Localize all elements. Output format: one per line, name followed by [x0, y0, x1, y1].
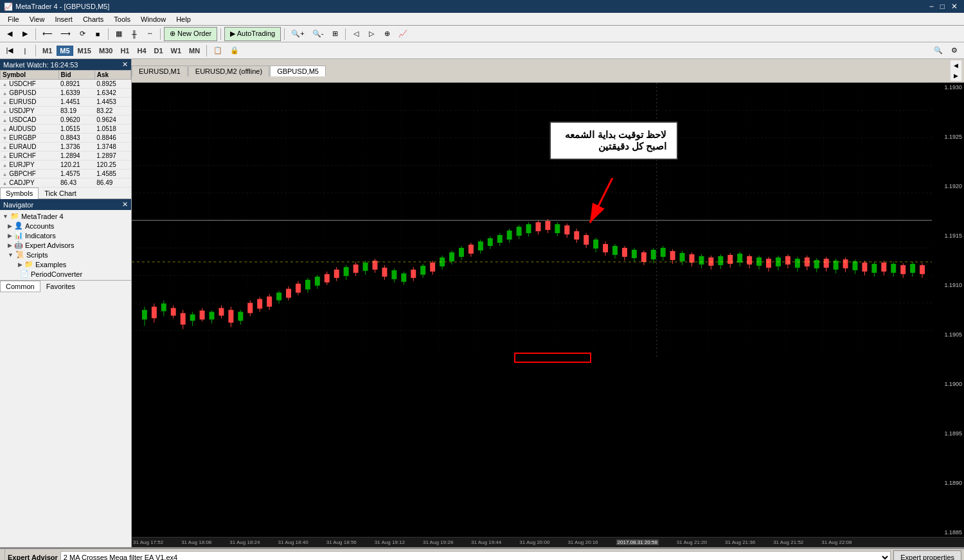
- mw-close-icon[interactable]: ✕: [122, 60, 128, 69]
- new-order-btn[interactable]: ⊕ New Order: [164, 27, 217, 41]
- menu-window[interactable]: Window: [136, 14, 171, 24]
- grid-btn[interactable]: ⊞: [328, 27, 342, 41]
- list-item[interactable]: ▲ USDCAD 0.9620 0.9624: [1, 116, 131, 125]
- svg-rect-40: [276, 293, 281, 301]
- list-item[interactable]: ▼ EURGBP 0.8843 0.8846: [1, 134, 131, 143]
- minimize-button[interactable]: −: [927, 2, 936, 11]
- menu-tools[interactable]: Tools: [109, 14, 136, 24]
- period-m30[interactable]: M30: [96, 46, 116, 56]
- ask-cell: 86.49: [94, 179, 130, 188]
- chart-canvas[interactable]: GBPUSD,M5 1.1907 1.1908 1.1907 1.1908: [132, 83, 964, 537]
- tree-examples[interactable]: ▶ 📁 Examples: [17, 259, 130, 269]
- list-item[interactable]: ▲ EURUSD 1.4451 1.4453: [1, 98, 131, 107]
- chart-tab-gbpusd-m5[interactable]: GBPUSD,M5: [270, 66, 326, 76]
- back-btn[interactable]: ⟵: [39, 27, 56, 41]
- sep2: [108, 28, 109, 40]
- svg-rect-140: [756, 258, 762, 266]
- chart-tab-eurusd-m1[interactable]: EURUSD,M1: [132, 66, 188, 76]
- new-btn2[interactable]: ▶: [18, 27, 32, 41]
- svg-rect-20: [181, 313, 186, 325]
- chart-bar-btn[interactable]: ▦: [112, 27, 126, 41]
- chart-tab-eurusd-m2[interactable]: EURUSD,M2 (offline): [188, 66, 269, 76]
- lock-btn[interactable]: 🔒: [227, 44, 242, 58]
- symbol-cell: ▲ GBPUSD: [1, 89, 59, 98]
- search-btn[interactable]: 🔍: [931, 44, 946, 58]
- list-item[interactable]: ▲ EURAUD 1.3736 1.3748: [1, 143, 131, 152]
- template-btn[interactable]: 📋: [210, 44, 226, 58]
- nav-close-icon[interactable]: ✕: [122, 200, 128, 209]
- svg-rect-164: [871, 264, 877, 273]
- list-item[interactable]: ▲ USDJPY 83.19 83.22: [1, 107, 131, 116]
- chart-scroll-left[interactable]: ◀: [951, 60, 961, 71]
- zoom-out-btn[interactable]: 🔍-: [309, 27, 327, 41]
- menu-view[interactable]: View: [24, 14, 50, 24]
- period-h1[interactable]: H1: [117, 46, 132, 56]
- price-1915: 1.1915: [932, 232, 964, 239]
- svg-rect-92: [526, 224, 531, 233]
- period-m15[interactable]: M15: [75, 46, 94, 56]
- fwd-btn[interactable]: ⟶: [57, 27, 74, 41]
- app-title: 📈 MetaTrader 4 - [GBPUSD,M5]: [4, 3, 109, 11]
- list-item[interactable]: ▲ AUDUSD 1.0515 1.0518: [1, 125, 131, 134]
- mw-title: Market Watch: 16:24:53: [3, 61, 78, 69]
- autotrading-btn[interactable]: ▶ AutoTrading: [224, 27, 281, 41]
- tree-indicators[interactable]: ▶ 📊 Indicators: [6, 231, 130, 240]
- svg-rect-54: [344, 267, 349, 276]
- nav-tab-common[interactable]: Common: [0, 281, 40, 292]
- new-bar-btn[interactable]: ◀: [3, 27, 17, 41]
- period-m5[interactable]: M5: [57, 46, 73, 56]
- chart-candle-btn[interactable]: ╫: [127, 27, 141, 41]
- period-m1[interactable]: M1: [39, 46, 55, 56]
- st-ea-label: Expert Advisor: [8, 554, 58, 560]
- tree-metatrader4[interactable]: ▼ 📁 MetaTrader 4: [1, 211, 130, 221]
- period-h4[interactable]: H4: [134, 46, 149, 56]
- close-button[interactable]: ✕: [949, 2, 960, 11]
- more-btn[interactable]: ⊕: [380, 27, 394, 41]
- folder-icon: 📁: [10, 212, 19, 220]
- list-item[interactable]: ▲ GBPCHF 1.4575 1.4585: [1, 170, 131, 179]
- tree-period-converter[interactable]: 📄 PeriodConverter: [17, 269, 130, 279]
- tree-accounts[interactable]: ▶ 👤 Accounts: [6, 221, 130, 231]
- tree-scripts[interactable]: ▼ 📜 Scripts: [6, 250, 130, 259]
- menu-help[interactable]: Help: [171, 14, 196, 24]
- indicator-btn[interactable]: 📈: [395, 27, 411, 41]
- scroll-left-btn[interactable]: ◁: [349, 27, 363, 41]
- nav-next[interactable]: |: [18, 44, 32, 58]
- list-item[interactable]: ▲ USDCHF 0.8921 0.8925: [1, 80, 131, 89]
- tree-label-scripts: Scripts: [26, 251, 48, 259]
- nav-tab-favorites[interactable]: Favorites: [40, 281, 81, 292]
- tree-label-examples: Examples: [35, 261, 66, 268]
- list-item[interactable]: ▲ GBPUSD 1.6339 1.6342: [1, 89, 131, 98]
- period-mn[interactable]: MN: [186, 46, 203, 56]
- menu-file[interactable]: File: [3, 14, 24, 24]
- nav-prev[interactable]: |◀: [3, 44, 17, 58]
- restore-button[interactable]: □: [938, 2, 947, 11]
- refresh-btn[interactable]: ⟳: [75, 27, 89, 41]
- direction-icon: ▲: [3, 171, 8, 177]
- chart-line-btn[interactable]: ╌: [143, 27, 157, 41]
- st-resize-handle[interactable]: ⠿: [0, 549, 5, 560]
- stop-btn[interactable]: ■: [91, 27, 105, 41]
- menu-charts[interactable]: Charts: [78, 14, 109, 24]
- menu-insert[interactable]: Insert: [49, 14, 78, 24]
- highlighted-time-box: [514, 353, 591, 363]
- symbol-cell: ▲ USDCHF: [1, 80, 59, 89]
- period-d1[interactable]: D1: [151, 46, 166, 56]
- expert-properties-btn[interactable]: Expert properties: [893, 550, 961, 560]
- zoom-in-btn[interactable]: 🔍+: [288, 27, 307, 41]
- list-item[interactable]: ▲ EURCHF 1.2894 1.2897: [1, 152, 131, 161]
- expert-advisor-select[interactable]: 2 MA Crosses Mega filter EA V1.ex4: [60, 551, 891, 560]
- list-item[interactable]: ▲ EURJPY 120.21 120.25: [1, 161, 131, 170]
- list-item[interactable]: ▲ CADJPY 86.43 86.49: [1, 179, 131, 188]
- tab-symbols[interactable]: Symbols: [0, 188, 39, 199]
- chart-scroll-right[interactable]: ▶: [951, 71, 961, 81]
- tab-tick-chart[interactable]: Tick Chart: [39, 188, 82, 198]
- direction-icon: ▲: [3, 144, 8, 150]
- ask-cell: 120.25: [94, 161, 130, 170]
- svg-rect-36: [257, 299, 262, 309]
- gear-btn2[interactable]: ⚙: [947, 44, 961, 58]
- tree-label-ea: Expert Advisors: [25, 241, 74, 249]
- period-w1[interactable]: W1: [168, 46, 185, 56]
- scroll-right-btn[interactable]: ▷: [364, 27, 379, 41]
- tree-expert-advisors[interactable]: ▶ 🤖 Expert Advisors: [6, 240, 130, 250]
